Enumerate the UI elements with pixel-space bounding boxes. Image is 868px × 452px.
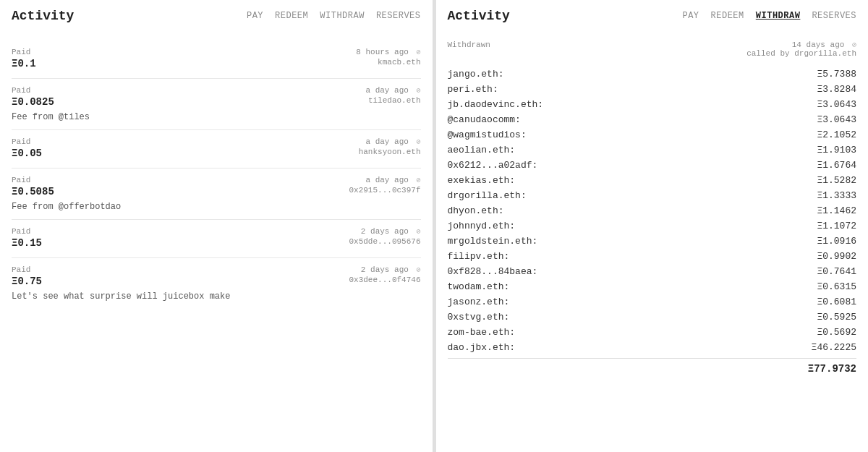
activity-amount-row: Ξ0.05 hanksyoon.eth bbox=[12, 148, 421, 161]
activity-row: Paid a day ago ⊘ bbox=[12, 176, 421, 186]
withdraw-amount: Ξ0.6081 bbox=[817, 297, 856, 307]
withdraw-amount: Ξ1.0916 bbox=[817, 236, 856, 247]
tab-redeem-right[interactable]: REDEEM bbox=[711, 9, 744, 22]
withdraw-row: @wagmistudios: Ξ2.1052 bbox=[448, 127, 857, 142]
withdraw-name: twodam.eth: bbox=[448, 281, 510, 292]
withdraw-row: filipv.eth: Ξ0.9902 bbox=[448, 249, 857, 264]
link-icon: ⊘ bbox=[416, 137, 420, 146]
link-icon: ⊘ bbox=[416, 48, 420, 56]
activity-row: Paid 8 hours ago ⊘ bbox=[12, 48, 421, 58]
activity-note: Fee from @offerbotdao bbox=[12, 202, 421, 212]
activity-meta: 2 days ago ⊘ bbox=[361, 227, 421, 236]
activity-amount-row: Ξ0.1 kmacb.eth bbox=[12, 58, 421, 71]
withdraw-label: Withdrawn bbox=[448, 40, 490, 49]
withdraw-amount: Ξ0.9902 bbox=[817, 251, 856, 262]
activity-amount-row: Ξ0.5085 0x2915...0c397f bbox=[12, 186, 421, 199]
activity-address: hanksyoon.eth bbox=[359, 148, 421, 156]
activity-note: Let's see what surprise will juicebox ma… bbox=[12, 291, 421, 302]
activity-amount: Ξ0.0825 bbox=[12, 96, 54, 108]
left-panel-title: Activity bbox=[12, 9, 74, 23]
activity-row: Paid 2 days ago ⊘ bbox=[12, 265, 421, 276]
left-panel: Activity PAY REDEEM WITHDRAW RESERVES Pa… bbox=[0, 0, 433, 452]
withdraw-amount: Ξ0.7641 bbox=[817, 266, 856, 277]
withdraw-name: 0xstvg.eth: bbox=[448, 312, 510, 323]
withdraw-row: dao.jbx.eth: Ξ46.2225 bbox=[448, 340, 857, 355]
link-icon: ⊘ bbox=[416, 176, 420, 184]
link-icon: ⊘ bbox=[416, 265, 420, 274]
withdraw-header: Withdrawn 14 days ago ⊘ called by drgori… bbox=[448, 40, 857, 58]
withdraw-name: jango.eth: bbox=[448, 69, 504, 80]
link-icon: ⊘ bbox=[416, 227, 420, 236]
right-panel-title: Activity bbox=[448, 9, 510, 23]
activity-address: kmacb.eth bbox=[378, 58, 420, 67]
withdraw-name: aeolian.eth: bbox=[448, 145, 516, 155]
tab-withdraw-right[interactable]: WITHDRAW bbox=[756, 9, 801, 22]
withdraw-amount: Ξ2.1052 bbox=[817, 129, 856, 140]
tab-reserves-right[interactable]: RESERVES bbox=[812, 9, 856, 22]
activity-row: Paid 2 days ago ⊘ bbox=[12, 227, 421, 237]
activity-meta: a day ago ⊘ bbox=[365, 86, 420, 95]
activity-address: 0x3dee...0f4746 bbox=[349, 276, 420, 284]
withdraw-row: exekias.eth: Ξ1.5282 bbox=[448, 173, 857, 188]
withdraw-row: jb.daodevinc.eth: Ξ3.0643 bbox=[448, 97, 857, 112]
tab-pay-left[interactable]: PAY bbox=[247, 9, 263, 22]
activity-amount: Ξ0.5085 bbox=[12, 186, 54, 197]
activity-meta: a day ago ⊘ bbox=[365, 176, 420, 184]
link-icon-withdraw: ⊘ bbox=[852, 40, 856, 49]
withdraw-row: drgorilla.eth: Ξ1.3333 bbox=[448, 188, 857, 203]
withdraw-name: johnnyd.eth: bbox=[448, 221, 516, 231]
withdraw-total: Ξ77.9732 bbox=[808, 363, 856, 375]
activity-item: Paid a day ago ⊘ Ξ0.5085 0x2915...0c397f… bbox=[12, 169, 421, 220]
withdraw-amount: Ξ0.5925 bbox=[817, 312, 856, 323]
activity-label-text: Paid bbox=[12, 265, 30, 274]
tab-reserves-left[interactable]: RESERVES bbox=[376, 9, 421, 22]
withdraw-row: 0xf828...84baea: Ξ0.7641 bbox=[448, 264, 857, 279]
withdraw-name: @wagmistudios: bbox=[448, 129, 527, 140]
withdraw-time: 14 days ago ⊘ bbox=[746, 40, 856, 49]
withdraw-row: jasonz.eth: Ξ0.6081 bbox=[448, 294, 857, 310]
withdraw-called-by: called by drgorilla.eth bbox=[746, 49, 856, 58]
withdraw-name: 0x6212...a02adf: bbox=[448, 160, 538, 171]
tab-withdraw-left[interactable]: WITHDRAW bbox=[320, 9, 365, 22]
withdraw-row: johnnyd.eth: Ξ1.1072 bbox=[448, 218, 857, 234]
withdraw-name: peri.eth: bbox=[448, 84, 498, 95]
activity-list-left: Paid 8 hours ago ⊘ Ξ0.1 kmacb.eth Paid a… bbox=[12, 40, 421, 309]
withdraw-amount: Ξ1.1072 bbox=[817, 221, 856, 231]
activity-label-text: Paid bbox=[12, 137, 30, 146]
activity-amount: Ξ0.15 bbox=[12, 237, 42, 249]
tab-pay-right[interactable]: PAY bbox=[682, 9, 699, 22]
activity-note: Fee from @tiles bbox=[12, 112, 421, 122]
withdraw-name: exekias.eth: bbox=[448, 175, 516, 186]
activity-meta: 2 days ago ⊘ bbox=[361, 265, 421, 274]
activity-amount: Ξ0.05 bbox=[12, 148, 42, 159]
left-panel-header: Activity PAY REDEEM WITHDRAW RESERVES bbox=[12, 9, 421, 29]
withdraw-row: dhyon.eth: Ξ1.1462 bbox=[448, 203, 857, 218]
activity-label-text: Paid bbox=[12, 86, 30, 95]
tab-redeem-left[interactable]: REDEEM bbox=[275, 9, 308, 22]
right-panel: Activity PAY REDEEM WITHDRAW RESERVES Wi… bbox=[436, 0, 869, 452]
withdraw-name: jb.daodevinc.eth: bbox=[448, 99, 544, 110]
withdraw-amount: Ξ1.3333 bbox=[817, 190, 856, 201]
activity-label-text: Paid bbox=[12, 48, 30, 56]
withdraw-amount: Ξ3.8284 bbox=[817, 84, 856, 95]
activity-label-text: Paid bbox=[12, 176, 30, 184]
activity-row: Paid a day ago ⊘ bbox=[12, 137, 421, 148]
activity-item: Paid a day ago ⊘ Ξ0.05 hanksyoon.eth bbox=[12, 130, 421, 169]
withdraw-list: jango.eth: Ξ5.7388 peri.eth: Ξ3.8284 jb.… bbox=[448, 67, 857, 355]
activity-row: Paid a day ago ⊘ bbox=[12, 86, 421, 96]
withdraw-amount: Ξ1.5282 bbox=[817, 175, 856, 186]
withdraw-name: 0xf828...84baea: bbox=[448, 266, 538, 277]
link-icon: ⊘ bbox=[416, 86, 420, 95]
withdraw-amount: Ξ0.5692 bbox=[817, 327, 856, 338]
withdraw-name: filipv.eth: bbox=[448, 251, 510, 262]
activity-amount: Ξ0.1 bbox=[12, 58, 36, 69]
withdraw-name: dao.jbx.eth: bbox=[448, 342, 516, 353]
activity-address: tiledao.eth bbox=[368, 96, 421, 105]
withdraw-amount: Ξ1.9103 bbox=[817, 145, 856, 155]
activity-address: 0x2915...0c397f bbox=[349, 186, 420, 195]
withdraw-name: zom-bae.eth: bbox=[448, 327, 516, 338]
withdraw-amount: Ξ1.1462 bbox=[817, 205, 856, 216]
withdraw-name: drgorilla.eth: bbox=[448, 190, 527, 201]
withdraw-row: jango.eth: Ξ5.7388 bbox=[448, 67, 857, 82]
withdraw-name: jasonz.eth: bbox=[448, 297, 510, 307]
